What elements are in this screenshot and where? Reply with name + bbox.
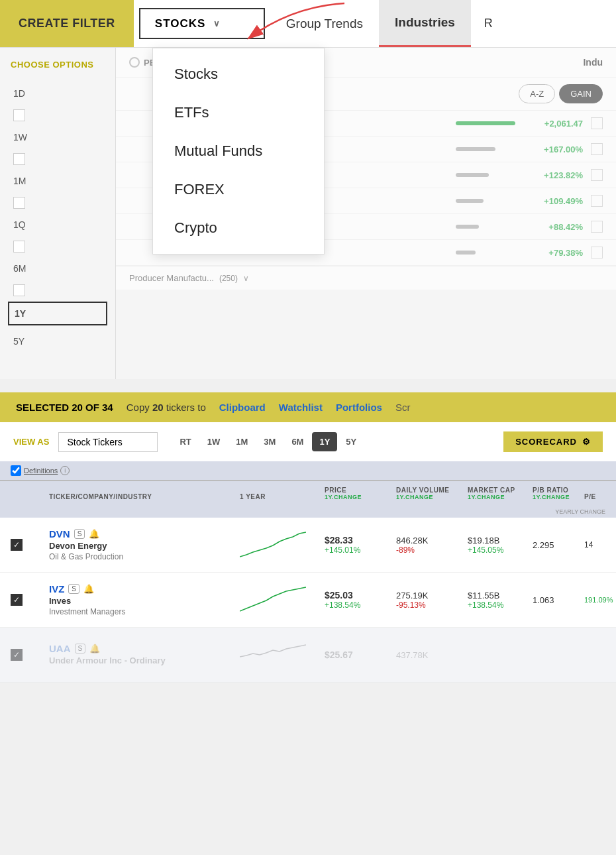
checkbox-6m[interactable] bbox=[13, 284, 25, 296]
pe-ivz: 191.09% bbox=[584, 596, 616, 604]
gain-checkbox-3[interactable] bbox=[591, 169, 603, 181]
view-as-bar: VIEW AS Stock Tickers RT 1W 1M 3M 6M 1Y … bbox=[0, 422, 616, 461]
time-tab-6m[interactable]: 6M bbox=[284, 432, 311, 451]
row-checkbox-uaa[interactable]: ✓ bbox=[11, 649, 23, 661]
gain-checkbox-1[interactable] bbox=[591, 117, 603, 129]
ticker-symbol-ivz[interactable]: IVZ bbox=[49, 583, 64, 595]
dropdown-item-stocks[interactable]: Stocks bbox=[153, 55, 324, 93]
time-1m[interactable]: 1M bbox=[0, 168, 115, 194]
ticker-badge-uaa: S bbox=[75, 644, 86, 654]
volume-change-dvn: -89% bbox=[396, 545, 462, 555]
ticker-symbol-uaa[interactable]: UAA bbox=[49, 643, 71, 654]
view-as-select[interactable]: Stock Tickers bbox=[58, 432, 158, 452]
sort-az-button[interactable]: A-Z bbox=[519, 84, 555, 103]
volume-uaa: 437.78K bbox=[396, 650, 462, 660]
scorecard-label: SCORECARD bbox=[515, 437, 577, 447]
gain-checkbox-4[interactable] bbox=[591, 195, 603, 207]
time-1d[interactable]: 1D bbox=[0, 80, 115, 107]
gain-value-4: +109.49% bbox=[530, 196, 583, 206]
time-1y[interactable]: 1Y bbox=[8, 302, 107, 325]
time-1w[interactable]: 1W bbox=[0, 124, 115, 150]
definitions-row: Definitions i bbox=[0, 461, 616, 481]
price-sub-label: 1Y.CHANGE bbox=[325, 494, 391, 500]
price-uaa: $25.67 bbox=[325, 650, 391, 660]
left-sidebar: CHOOSE OPTIONS 1D 1W 1M 1Q 6M 1Y 5Y bbox=[0, 48, 116, 379]
portfolios-link[interactable]: Portfolios bbox=[336, 402, 382, 413]
ticker-block-uaa: UAA S 🔔 Under Armour Inc - Ordinary bbox=[49, 643, 234, 667]
volume-block-uaa: 437.78K bbox=[396, 650, 462, 660]
mktcap-sub-label: 1Y.CHANGE bbox=[468, 494, 527, 500]
time-tab-5y[interactable]: 5Y bbox=[338, 432, 364, 451]
mktcap-dvn: $19.18B bbox=[468, 536, 527, 545]
th-volume: DAILY VOLUME 1Y.CHANGE bbox=[396, 486, 462, 500]
dropdown-item-mutual-funds[interactable]: Mutual Funds bbox=[153, 132, 324, 170]
mktcap-change-dvn: +145.05% bbox=[468, 545, 527, 555]
time-tab-1m[interactable]: 1M bbox=[229, 432, 255, 451]
dropdown-item-etfs[interactable]: ETFs bbox=[153, 93, 324, 132]
time-tab-rt[interactable]: RT bbox=[172, 432, 198, 451]
volume-col-label: DAILY VOLUME bbox=[396, 486, 462, 494]
sort-gain-button[interactable]: GAIN bbox=[559, 84, 603, 103]
tab-industries[interactable]: Industries bbox=[379, 0, 471, 47]
create-filter-button[interactable]: CREATE FILTER bbox=[0, 0, 134, 47]
gain-checkbox-2[interactable] bbox=[591, 143, 603, 155]
time-1q[interactable]: 1Q bbox=[0, 211, 115, 238]
clipboard-link[interactable]: Clipboard bbox=[219, 402, 266, 413]
yearly-change-label: YEARLY CHANGE bbox=[0, 506, 616, 518]
ticker-block-dvn: DVN S 🔔 Devon Energy Oil & Gas Productio… bbox=[49, 528, 234, 561]
volume-change-ivz: -95.13% bbox=[396, 600, 462, 610]
price-change-ivz: +138.54% bbox=[325, 600, 391, 610]
bell-icon-dvn[interactable]: 🔔 bbox=[89, 529, 99, 539]
time-tab-1w[interactable]: 1W bbox=[200, 432, 228, 451]
bell-icon-ivz[interactable]: 🔔 bbox=[83, 584, 94, 594]
stocks-label: STOCKS bbox=[155, 17, 206, 30]
select-all-checkbox[interactable] bbox=[11, 465, 21, 476]
table-header: TICKER/COMPANY/INDUSTRY 1 YEAR PRICE 1Y.… bbox=[0, 481, 616, 506]
pb-col-label: P/B RATIO bbox=[533, 486, 579, 494]
volume-sub-label: 1Y.CHANGE bbox=[396, 494, 462, 500]
dropdown-item-forex[interactable]: FOREX bbox=[153, 170, 324, 209]
th-pe: P/E bbox=[584, 493, 616, 500]
mktcap-block-ivz: $11.55B +138.54% bbox=[468, 591, 527, 610]
time-tab-3m[interactable]: 3M bbox=[256, 432, 283, 451]
gain-value-5: +88.42% bbox=[530, 222, 583, 232]
th-mktcap: MARKET CAP 1Y.CHANGE bbox=[468, 486, 527, 500]
checkbox-1q[interactable] bbox=[13, 241, 25, 253]
definitions-link[interactable]: Definitions bbox=[24, 467, 58, 475]
scorecard-settings-icon: ⚙ bbox=[582, 437, 591, 447]
tab-group-trends[interactable]: Group Trends bbox=[270, 0, 379, 47]
bell-icon-uaa[interactable]: 🔔 bbox=[89, 644, 100, 654]
mktcap-block-dvn: $19.18B +145.05% bbox=[468, 536, 527, 555]
checkbox-1d[interactable] bbox=[13, 109, 25, 121]
ticker-badge-dvn: S bbox=[74, 529, 85, 539]
ticker-symbol-dvn[interactable]: DVN bbox=[49, 528, 70, 540]
th-year: 1 YEAR bbox=[240, 493, 319, 500]
price-dvn: $28.33 bbox=[325, 535, 391, 545]
price-ivz: $25.03 bbox=[325, 590, 391, 600]
tab-more[interactable]: R bbox=[471, 0, 506, 47]
time-6m[interactable]: 6M bbox=[0, 255, 115, 282]
pb-ratio-ivz: 1.063 bbox=[533, 595, 579, 605]
company-name-ivz: Inves bbox=[49, 596, 234, 606]
dropdown-item-crypto[interactable]: Crypto bbox=[153, 209, 324, 247]
row-checkbox-ivz[interactable]: ✓ bbox=[11, 594, 23, 606]
checkbox-1w[interactable] bbox=[13, 153, 25, 165]
selected-bar: SELECTED 20 OF 34 Copy 20 tickers to Cli… bbox=[0, 392, 616, 422]
stocks-dropdown-trigger[interactable]: STOCKS ∨ bbox=[139, 8, 265, 39]
company-name-uaa: Under Armour Inc - Ordinary bbox=[49, 656, 234, 665]
volume-block-dvn: 846.28K -89% bbox=[396, 536, 462, 555]
gain-checkbox-6[interactable] bbox=[591, 247, 603, 258]
time-5y[interactable]: 5Y bbox=[0, 328, 115, 355]
time-tab-1y[interactable]: 1Y bbox=[312, 432, 337, 451]
price-block-uaa: $25.67 bbox=[325, 650, 391, 660]
watchlist-link[interactable]: Watchlist bbox=[279, 402, 323, 413]
scorecard-button[interactable]: SCORECARD ⚙ bbox=[503, 431, 603, 452]
mktcap-change-ivz: +138.54% bbox=[468, 600, 527, 610]
scr-label: Scr bbox=[395, 402, 411, 413]
row-checkbox-dvn[interactable]: ✓ bbox=[11, 539, 23, 551]
chart-ivz bbox=[240, 582, 319, 618]
checkbox-1m[interactable] bbox=[13, 197, 25, 209]
gain-checkbox-5[interactable] bbox=[591, 221, 603, 233]
time-tabs-bar: RT 1W 1M 3M 6M 1Y 5Y bbox=[172, 432, 364, 451]
selected-count-label: SELECTED 20 OF 34 bbox=[16, 402, 113, 413]
